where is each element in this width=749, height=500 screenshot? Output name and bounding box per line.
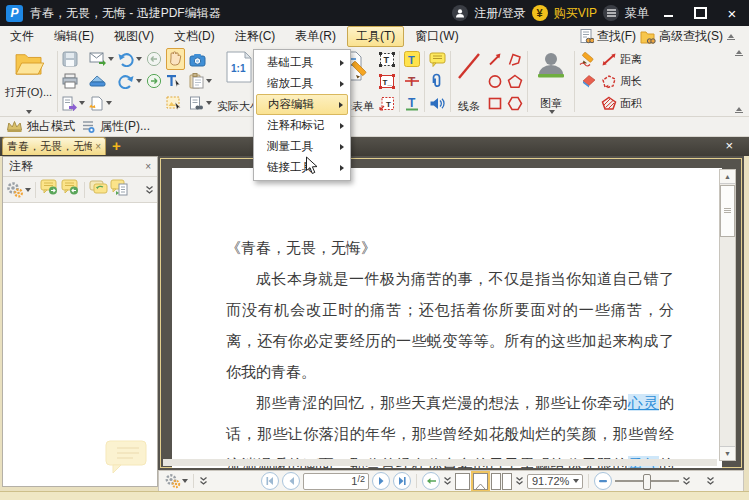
- highlight-text-button[interactable]: T: [402, 48, 422, 70]
- export-comments-button[interactable]: [110, 179, 129, 200]
- exclusive-mode-button[interactable]: 独占模式: [6, 118, 75, 135]
- undo-button[interactable]: [116, 48, 144, 70]
- tools-menu-link[interactable]: 链接工具: [256, 157, 348, 178]
- eraser-tool-button[interactable]: [577, 70, 599, 92]
- comments-panel-close-icon[interactable]: ×: [145, 161, 151, 172]
- page-number-input[interactable]: 1/2: [303, 473, 369, 490]
- perimeter-tool-button[interactable]: 周长: [601, 70, 642, 92]
- email-button[interactable]: [87, 48, 116, 70]
- underline-text-button[interactable]: T: [402, 92, 422, 114]
- tools-menu-zoom[interactable]: 缩放工具: [256, 73, 348, 94]
- zoom-out-button[interactable]: [594, 472, 612, 490]
- tools-menu-measure[interactable]: 测量工具: [256, 136, 348, 157]
- document-tab[interactable]: 青春，无畏，无悔 ×: [2, 137, 106, 155]
- save-button[interactable]: [60, 48, 87, 70]
- print-button[interactable]: [60, 70, 87, 92]
- snapshot-button[interactable]: [187, 48, 214, 70]
- scanner-button[interactable]: [87, 70, 116, 92]
- menu-document[interactable]: 文档(D): [165, 26, 224, 47]
- paste-button[interactable]: [187, 70, 214, 92]
- scrollbar-thumb[interactable]: [720, 185, 735, 237]
- polygon-tool-button[interactable]: [505, 92, 525, 114]
- area-tool-button[interactable]: 面积: [601, 93, 642, 115]
- menu-form[interactable]: 表单(R): [286, 26, 345, 47]
- link-word[interactable]: 心灵: [628, 394, 659, 411]
- page-mode-more-icon[interactable]: [515, 476, 524, 486]
- menu-tools[interactable]: 工具(T): [347, 26, 404, 47]
- panel-toolbar-more-icon[interactable]: [145, 185, 154, 195]
- advanced-find-button[interactable]: 高级查找(S): [640, 28, 723, 45]
- document-page[interactable]: 《青春，无畏，无悔》 成长本身就是一件极为痛苦的事，不仅是指当你知道自己错了而没…: [172, 168, 722, 468]
- tab-close-icon[interactable]: ×: [95, 141, 101, 152]
- statusbar-more2-icon[interactable]: [706, 476, 715, 486]
- hand-tool-button[interactable]: [166, 48, 185, 70]
- maximize-button[interactable]: [687, 3, 713, 23]
- previous-view-nav-button[interactable]: [422, 472, 440, 490]
- comments-options-button[interactable]: [6, 181, 31, 198]
- collapse-menubar-icon[interactable]: [727, 34, 735, 40]
- login-button[interactable]: 注册/登录: [474, 5, 525, 22]
- menu-file[interactable]: 文件: [1, 26, 43, 47]
- tools-menu-basic[interactable]: 基础工具: [256, 52, 348, 73]
- distance-tool-button[interactable]: 距离: [601, 48, 642, 70]
- menu-edit[interactable]: 编辑(E): [45, 26, 103, 47]
- scroll-down-icon[interactable]: ▼: [720, 446, 735, 460]
- tools-menu-annotate[interactable]: 注释和标记: [256, 115, 348, 136]
- single-page-mode-button[interactable]: [455, 473, 470, 490]
- last-page-button[interactable]: [393, 472, 411, 490]
- continuous-page-mode-button[interactable]: [473, 473, 488, 490]
- scroll-up-icon[interactable]: ▲: [720, 170, 735, 184]
- textbox-tool-button[interactable]: T: [377, 48, 397, 70]
- menu-window[interactable]: 窗口(W): [406, 26, 467, 47]
- new-tab-button[interactable]: +: [112, 140, 125, 153]
- zoom-slider[interactable]: [615, 480, 679, 482]
- close-button[interactable]: ×: [719, 3, 745, 23]
- minimize-button[interactable]: [655, 3, 681, 23]
- view-history-more-icon[interactable]: [443, 476, 452, 486]
- stamp-button[interactable]: 图章: [530, 48, 572, 115]
- search-document-button[interactable]: [187, 92, 214, 114]
- previous-page-button[interactable]: [282, 472, 300, 490]
- new-document-button[interactable]: [87, 92, 116, 114]
- open-button[interactable]: 打开(O)...: [2, 48, 55, 115]
- select-image-button[interactable]: [164, 92, 187, 114]
- export-document-button[interactable]: [60, 92, 87, 114]
- statusbar-more1-icon[interactable]: [682, 476, 691, 486]
- zoom-slider-thumb[interactable]: [643, 474, 651, 490]
- next-comment-button[interactable]: [40, 179, 59, 200]
- zoom-level-select[interactable]: 91.72%: [527, 474, 583, 489]
- previous-comment-button[interactable]: [61, 179, 80, 200]
- strikethrough-text-button[interactable]: T: [402, 70, 422, 92]
- tools-menu-content-edit[interactable]: 内容编辑: [256, 94, 348, 115]
- pentagon-tool-button[interactable]: [505, 70, 525, 92]
- menu-view[interactable]: 视图(V): [105, 26, 163, 47]
- two-page-mode-button[interactable]: [491, 473, 512, 490]
- previous-view-button[interactable]: [144, 48, 164, 70]
- circle-tool-button[interactable]: [485, 70, 505, 92]
- horizontal-scrollbar[interactable]: [163, 459, 717, 466]
- next-view-button[interactable]: [144, 70, 164, 92]
- close-document-icon[interactable]: ×: [725, 138, 733, 153]
- polyline-tool-button[interactable]: [505, 48, 525, 70]
- collapse-left-icon[interactable]: [199, 476, 208, 486]
- menu-button[interactable]: 菜单: [625, 5, 649, 22]
- pencil-tool-button[interactable]: [577, 48, 599, 70]
- sticky-note-button[interactable]: [427, 48, 448, 70]
- text-edit-box-button[interactable]: T_: [377, 70, 397, 92]
- select-text-button[interactable]: [164, 70, 187, 92]
- arrow-tool-button[interactable]: [485, 48, 505, 70]
- redo-button[interactable]: [116, 70, 144, 92]
- menu-comment[interactable]: 注释(C): [226, 26, 285, 47]
- rectangle-tool-button[interactable]: [485, 92, 505, 114]
- reply-comment-button[interactable]: [89, 179, 108, 200]
- find-button[interactable]: 查找(F): [580, 28, 636, 45]
- vertical-scrollbar[interactable]: ▲ ▼: [719, 169, 736, 461]
- collapse-toolbar2-icon[interactable]: [735, 107, 743, 113]
- properties-button[interactable]: 属性(P)...: [81, 118, 150, 135]
- buy-vip-button[interactable]: 购买VIP: [554, 5, 597, 22]
- first-page-button[interactable]: [261, 472, 279, 490]
- line-tool-button[interactable]: 线条: [453, 48, 485, 115]
- sound-comment-button[interactable]: [427, 92, 448, 114]
- text-resize-button[interactable]: T: [377, 92, 397, 114]
- attach-file-button[interactable]: [427, 70, 448, 92]
